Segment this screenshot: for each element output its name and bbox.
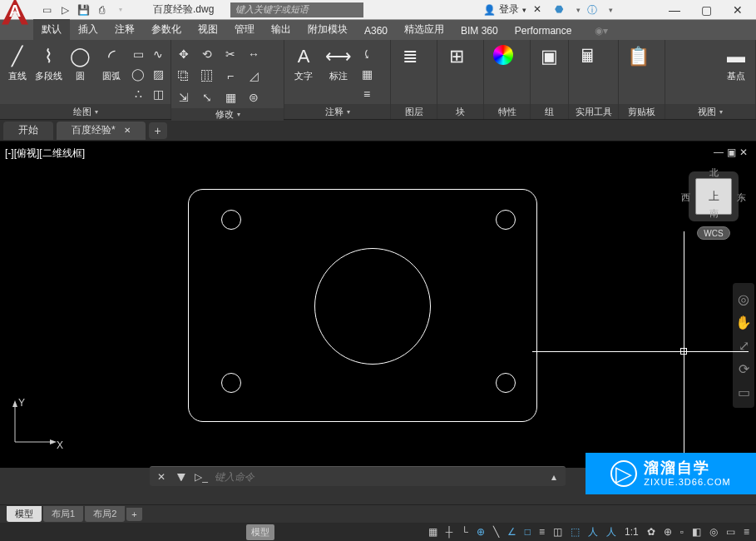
panel-clip-title[interactable]: 剪贴板 bbox=[619, 104, 665, 119]
panel-util-title[interactable]: 实用工具 bbox=[569, 104, 618, 119]
scale-icon[interactable]: ⤡ bbox=[198, 88, 216, 107]
tab-featured[interactable]: 精选应用 bbox=[396, 19, 452, 40]
tab-insert[interactable]: 插入 bbox=[70, 19, 106, 40]
panel-groups-title[interactable]: 组 bbox=[531, 104, 568, 119]
tab-addins[interactable]: 附加模块 bbox=[299, 19, 356, 40]
maximize-button[interactable]: ▢ bbox=[691, 2, 721, 18]
grid-toggle[interactable]: ▦ bbox=[427, 526, 439, 538]
offset-icon[interactable]: ⊜ bbox=[245, 88, 263, 107]
layout-add[interactable]: + bbox=[126, 508, 141, 521]
layers-button[interactable]: ≣ bbox=[394, 45, 426, 68]
array-icon[interactable]: ▦ bbox=[221, 88, 240, 107]
layout-2[interactable]: 布局2 bbox=[85, 506, 125, 522]
rotate-icon[interactable]: ⟲ bbox=[198, 45, 216, 63]
workspace-switch[interactable]: ✿ bbox=[645, 526, 657, 538]
close-button[interactable]: ✕ bbox=[723, 2, 753, 18]
arc-button[interactable]: ◜圆弧 bbox=[97, 45, 126, 82]
status-model[interactable]: 模型 bbox=[246, 524, 274, 540]
stretch-icon[interactable]: ⇲ bbox=[175, 88, 193, 107]
table-icon[interactable]: ▦ bbox=[358, 65, 376, 83]
anno-monitor[interactable]: ⊕ bbox=[662, 526, 674, 538]
tab-default[interactable]: 默认 bbox=[33, 19, 70, 40]
saveas-icon[interactable]: ⎙ bbox=[93, 2, 110, 17]
orbit-icon[interactable]: ⟳ bbox=[734, 360, 753, 378]
viewport-max-icon[interactable]: ▣ bbox=[727, 146, 736, 158]
wcs-badge[interactable]: WCS bbox=[697, 226, 730, 240]
new-icon[interactable]: ▭ bbox=[38, 2, 55, 17]
quick-props[interactable]: 人 bbox=[605, 525, 618, 539]
leader-icon[interactable]: ⤹ bbox=[358, 45, 376, 63]
trim-icon[interactable]: ✂ bbox=[221, 45, 240, 63]
cube-north[interactable]: 北 bbox=[684, 166, 743, 179]
paste-button[interactable]: 📋 bbox=[622, 45, 654, 68]
tab-a360[interactable]: A360 bbox=[356, 22, 396, 40]
point-icon[interactable]: ∴ bbox=[129, 85, 147, 103]
panel-draw-title[interactable]: 绘图 bbox=[0, 104, 170, 119]
panel-modify-title[interactable]: 修改 bbox=[171, 108, 284, 121]
units-toggle[interactable]: ▫ bbox=[679, 526, 685, 538]
steering-wheel-icon[interactable]: ◎ bbox=[734, 290, 753, 308]
cmd-options-icon[interactable]: ⯆ bbox=[175, 471, 188, 483]
cube-west[interactable]: 西 bbox=[681, 191, 690, 204]
tab-focus[interactable]: ◉▾ bbox=[586, 22, 616, 40]
cube-east[interactable]: 东 bbox=[737, 191, 746, 204]
hatch-icon[interactable]: ▨ bbox=[149, 65, 167, 83]
ellipse-icon[interactable]: ◯ bbox=[129, 65, 147, 83]
tab-output[interactable]: 输出 bbox=[263, 19, 299, 40]
tab-manage[interactable]: 管理 bbox=[226, 19, 263, 40]
mirror-icon[interactable]: ⿲ bbox=[198, 67, 216, 85]
move-icon[interactable]: ✥ bbox=[175, 45, 193, 63]
tab-performance[interactable]: Performance bbox=[506, 22, 581, 40]
tab-view[interactable]: 视图 bbox=[190, 19, 226, 40]
panel-props-title[interactable]: 特性 bbox=[484, 104, 530, 119]
showmotion-icon[interactable]: ▭ bbox=[734, 383, 753, 401]
panel-view-title[interactable]: 视图 bbox=[665, 104, 755, 119]
line-button[interactable]: ╱直线 bbox=[3, 45, 32, 82]
layout-1[interactable]: 布局1 bbox=[43, 506, 83, 522]
chamfer-icon[interactable]: ◿ bbox=[245, 67, 263, 85]
layout-model[interactable]: 模型 bbox=[7, 506, 42, 522]
panel-annot-title[interactable]: 注释 bbox=[284, 104, 390, 119]
panel-layers-title[interactable]: 图层 bbox=[391, 104, 437, 119]
osnap-toggle[interactable]: ∠ bbox=[506, 526, 518, 538]
viewport-caption[interactable]: [-][俯视][二维线框] bbox=[5, 146, 85, 161]
view-cube[interactable]: 北 西 东 上 南 WCS bbox=[684, 166, 743, 240]
filetab-current[interactable]: 百度经验*✕ bbox=[57, 122, 146, 140]
dynamic-input[interactable]: 人 bbox=[586, 525, 600, 539]
qat-dropdown[interactable] bbox=[111, 2, 128, 17]
cycling-toggle[interactable]: ⬚ bbox=[569, 526, 581, 538]
filetab-add-button[interactable]: + bbox=[149, 122, 167, 139]
spline-icon[interactable]: ∿ bbox=[149, 45, 167, 63]
props-button[interactable] bbox=[487, 45, 519, 65]
isolate-toggle[interactable]: ◎ bbox=[708, 526, 719, 538]
polar-toggle[interactable]: ⊕ bbox=[475, 526, 487, 538]
clean-screen[interactable]: ▭ bbox=[724, 526, 737, 538]
util-button[interactable]: 🖩 bbox=[572, 45, 604, 68]
cmd-expand-icon[interactable]: ▴ bbox=[547, 471, 561, 483]
copy-icon[interactable]: ⿻ bbox=[175, 67, 193, 85]
exchange-icon[interactable]: ✕ bbox=[533, 3, 548, 17]
snap-toggle[interactable]: ┼ bbox=[444, 526, 455, 538]
dimension-button[interactable]: ⟷标注 bbox=[323, 45, 354, 82]
mtext-icon[interactable]: ≡ bbox=[358, 85, 376, 103]
viewport-close-icon[interactable]: ✕ bbox=[739, 146, 748, 158]
block-button[interactable]: ⊞ bbox=[441, 45, 472, 68]
minimize-button[interactable]: — bbox=[660, 2, 689, 18]
help-icon[interactable]: ⓘ bbox=[587, 3, 602, 17]
drawing-area[interactable]: [-][俯视][二维线框] — ▣ ✕ 北 西 东 上 南 WCS ◎ ✋ ⤢ … bbox=[0, 141, 756, 468]
command-input[interactable] bbox=[215, 471, 541, 483]
command-line[interactable]: ✕ ⯆ ▷_ ▴ bbox=[150, 466, 566, 486]
hardware-accel[interactable]: ◧ bbox=[690, 526, 703, 538]
iso-toggle[interactable]: ╲ bbox=[492, 526, 501, 538]
basepoint-button[interactable]: ▬基点 bbox=[720, 45, 752, 82]
ortho-toggle[interactable]: └ bbox=[459, 526, 470, 538]
group-button[interactable]: ▣ bbox=[534, 45, 565, 68]
tab-parametric[interactable]: 参数化 bbox=[143, 19, 190, 40]
fillet-icon[interactable]: ⌐ bbox=[221, 67, 240, 85]
region-icon[interactable]: ◫ bbox=[149, 85, 167, 103]
otrack-toggle[interactable]: □ bbox=[523, 526, 532, 538]
polyline-button[interactable]: ⌇多段线 bbox=[35, 45, 63, 82]
login-button[interactable]: 👤 登录 ▾ bbox=[483, 2, 526, 17]
rect-icon[interactable]: ▭ bbox=[129, 45, 147, 63]
search-input[interactable]: 键入关键字或短语 bbox=[230, 2, 363, 17]
